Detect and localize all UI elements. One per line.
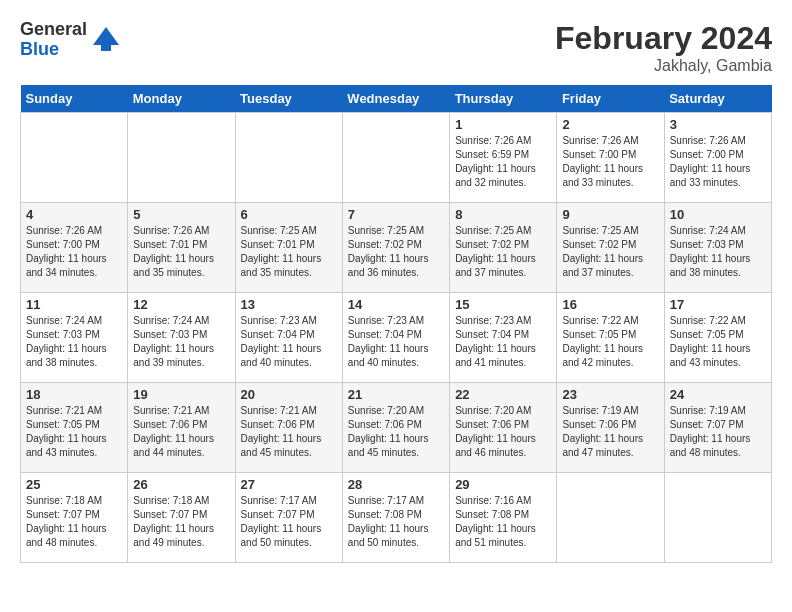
calendar-cell [557, 473, 664, 563]
calendar-cell: 10Sunrise: 7:24 AM Sunset: 7:03 PM Dayli… [664, 203, 771, 293]
day-number: 25 [26, 477, 122, 492]
day-info: Sunrise: 7:25 AM Sunset: 7:02 PM Dayligh… [562, 224, 658, 280]
day-number: 10 [670, 207, 766, 222]
day-info: Sunrise: 7:24 AM Sunset: 7:03 PM Dayligh… [670, 224, 766, 280]
day-info: Sunrise: 7:23 AM Sunset: 7:04 PM Dayligh… [348, 314, 444, 370]
calendar-cell: 20Sunrise: 7:21 AM Sunset: 7:06 PM Dayli… [235, 383, 342, 473]
day-number: 4 [26, 207, 122, 222]
day-number: 19 [133, 387, 229, 402]
calendar-cell: 1Sunrise: 7:26 AM Sunset: 6:59 PM Daylig… [450, 113, 557, 203]
day-number: 23 [562, 387, 658, 402]
day-info: Sunrise: 7:21 AM Sunset: 7:06 PM Dayligh… [241, 404, 337, 460]
calendar-cell [128, 113, 235, 203]
calendar-cell: 15Sunrise: 7:23 AM Sunset: 7:04 PM Dayli… [450, 293, 557, 383]
day-info: Sunrise: 7:16 AM Sunset: 7:08 PM Dayligh… [455, 494, 551, 550]
day-number: 6 [241, 207, 337, 222]
calendar-cell: 29Sunrise: 7:16 AM Sunset: 7:08 PM Dayli… [450, 473, 557, 563]
header-cell-wednesday: Wednesday [342, 85, 449, 113]
calendar-cell [21, 113, 128, 203]
day-number: 14 [348, 297, 444, 312]
calendar-cell: 13Sunrise: 7:23 AM Sunset: 7:04 PM Dayli… [235, 293, 342, 383]
calendar-cell: 2Sunrise: 7:26 AM Sunset: 7:00 PM Daylig… [557, 113, 664, 203]
day-info: Sunrise: 7:17 AM Sunset: 7:07 PM Dayligh… [241, 494, 337, 550]
header-cell-saturday: Saturday [664, 85, 771, 113]
day-info: Sunrise: 7:21 AM Sunset: 7:06 PM Dayligh… [133, 404, 229, 460]
calendar-cell: 7Sunrise: 7:25 AM Sunset: 7:02 PM Daylig… [342, 203, 449, 293]
calendar-cell: 6Sunrise: 7:25 AM Sunset: 7:01 PM Daylig… [235, 203, 342, 293]
svg-rect-1 [101, 43, 111, 51]
header-cell-tuesday: Tuesday [235, 85, 342, 113]
header-cell-friday: Friday [557, 85, 664, 113]
calendar-cell: 22Sunrise: 7:20 AM Sunset: 7:06 PM Dayli… [450, 383, 557, 473]
day-number: 3 [670, 117, 766, 132]
svg-marker-0 [93, 27, 119, 45]
day-info: Sunrise: 7:25 AM Sunset: 7:02 PM Dayligh… [348, 224, 444, 280]
day-number: 2 [562, 117, 658, 132]
calendar-cell: 16Sunrise: 7:22 AM Sunset: 7:05 PM Dayli… [557, 293, 664, 383]
day-number: 26 [133, 477, 229, 492]
day-number: 28 [348, 477, 444, 492]
header-cell-monday: Monday [128, 85, 235, 113]
day-info: Sunrise: 7:21 AM Sunset: 7:05 PM Dayligh… [26, 404, 122, 460]
week-row-2: 4Sunrise: 7:26 AM Sunset: 7:00 PM Daylig… [21, 203, 772, 293]
day-number: 8 [455, 207, 551, 222]
logo-icon [91, 25, 121, 55]
calendar-cell: 3Sunrise: 7:26 AM Sunset: 7:00 PM Daylig… [664, 113, 771, 203]
day-info: Sunrise: 7:18 AM Sunset: 7:07 PM Dayligh… [26, 494, 122, 550]
calendar-cell: 5Sunrise: 7:26 AM Sunset: 7:01 PM Daylig… [128, 203, 235, 293]
day-number: 9 [562, 207, 658, 222]
day-info: Sunrise: 7:26 AM Sunset: 7:00 PM Dayligh… [670, 134, 766, 190]
calendar-cell: 4Sunrise: 7:26 AM Sunset: 7:00 PM Daylig… [21, 203, 128, 293]
day-info: Sunrise: 7:22 AM Sunset: 7:05 PM Dayligh… [562, 314, 658, 370]
day-number: 22 [455, 387, 551, 402]
calendar-cell: 21Sunrise: 7:20 AM Sunset: 7:06 PM Dayli… [342, 383, 449, 473]
calendar-cell [235, 113, 342, 203]
week-row-3: 11Sunrise: 7:24 AM Sunset: 7:03 PM Dayli… [21, 293, 772, 383]
calendar-cell: 17Sunrise: 7:22 AM Sunset: 7:05 PM Dayli… [664, 293, 771, 383]
day-info: Sunrise: 7:20 AM Sunset: 7:06 PM Dayligh… [455, 404, 551, 460]
week-row-4: 18Sunrise: 7:21 AM Sunset: 7:05 PM Dayli… [21, 383, 772, 473]
day-info: Sunrise: 7:26 AM Sunset: 7:00 PM Dayligh… [562, 134, 658, 190]
week-row-1: 1Sunrise: 7:26 AM Sunset: 6:59 PM Daylig… [21, 113, 772, 203]
day-number: 7 [348, 207, 444, 222]
day-info: Sunrise: 7:24 AM Sunset: 7:03 PM Dayligh… [133, 314, 229, 370]
day-info: Sunrise: 7:18 AM Sunset: 7:07 PM Dayligh… [133, 494, 229, 550]
calendar-cell: 8Sunrise: 7:25 AM Sunset: 7:02 PM Daylig… [450, 203, 557, 293]
day-number: 18 [26, 387, 122, 402]
calendar-cell: 14Sunrise: 7:23 AM Sunset: 7:04 PM Dayli… [342, 293, 449, 383]
day-number: 16 [562, 297, 658, 312]
calendar-cell: 9Sunrise: 7:25 AM Sunset: 7:02 PM Daylig… [557, 203, 664, 293]
day-number: 20 [241, 387, 337, 402]
day-info: Sunrise: 7:25 AM Sunset: 7:02 PM Dayligh… [455, 224, 551, 280]
calendar-cell: 11Sunrise: 7:24 AM Sunset: 7:03 PM Dayli… [21, 293, 128, 383]
calendar-title: February 2024 [555, 20, 772, 57]
day-number: 21 [348, 387, 444, 402]
day-info: Sunrise: 7:19 AM Sunset: 7:07 PM Dayligh… [670, 404, 766, 460]
day-number: 5 [133, 207, 229, 222]
calendar-cell: 25Sunrise: 7:18 AM Sunset: 7:07 PM Dayli… [21, 473, 128, 563]
day-info: Sunrise: 7:23 AM Sunset: 7:04 PM Dayligh… [241, 314, 337, 370]
day-info: Sunrise: 7:17 AM Sunset: 7:08 PM Dayligh… [348, 494, 444, 550]
calendar-table: SundayMondayTuesdayWednesdayThursdayFrid… [20, 85, 772, 563]
header-row: SundayMondayTuesdayWednesdayThursdayFrid… [21, 85, 772, 113]
day-info: Sunrise: 7:22 AM Sunset: 7:05 PM Dayligh… [670, 314, 766, 370]
day-number: 27 [241, 477, 337, 492]
week-row-5: 25Sunrise: 7:18 AM Sunset: 7:07 PM Dayli… [21, 473, 772, 563]
day-info: Sunrise: 7:26 AM Sunset: 6:59 PM Dayligh… [455, 134, 551, 190]
logo: General Blue [20, 20, 121, 60]
page-header: General Blue February 2024 Jakhaly, Gamb… [20, 20, 772, 75]
day-info: Sunrise: 7:26 AM Sunset: 7:00 PM Dayligh… [26, 224, 122, 280]
day-info: Sunrise: 7:20 AM Sunset: 7:06 PM Dayligh… [348, 404, 444, 460]
day-info: Sunrise: 7:26 AM Sunset: 7:01 PM Dayligh… [133, 224, 229, 280]
day-number: 12 [133, 297, 229, 312]
calendar-cell: 18Sunrise: 7:21 AM Sunset: 7:05 PM Dayli… [21, 383, 128, 473]
calendar-cell: 27Sunrise: 7:17 AM Sunset: 7:07 PM Dayli… [235, 473, 342, 563]
day-number: 17 [670, 297, 766, 312]
day-number: 15 [455, 297, 551, 312]
title-block: February 2024 Jakhaly, Gambia [555, 20, 772, 75]
calendar-cell: 23Sunrise: 7:19 AM Sunset: 7:06 PM Dayli… [557, 383, 664, 473]
day-number: 29 [455, 477, 551, 492]
calendar-cell: 24Sunrise: 7:19 AM Sunset: 7:07 PM Dayli… [664, 383, 771, 473]
calendar-cell: 26Sunrise: 7:18 AM Sunset: 7:07 PM Dayli… [128, 473, 235, 563]
calendar-subtitle: Jakhaly, Gambia [555, 57, 772, 75]
